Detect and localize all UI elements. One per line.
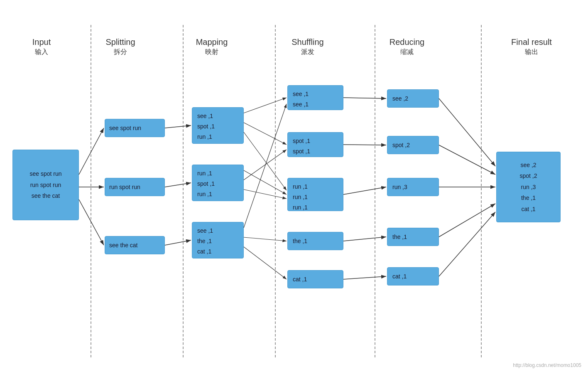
svg-line-11 — [244, 150, 287, 180]
watermark: http://blog.csdn.net/momo1005 — [513, 362, 581, 368]
divider-5 — [481, 25, 482, 357]
svg-line-18 — [343, 187, 386, 194]
box-shuf3: run ,1 run ,1 run ,1 — [287, 178, 343, 211]
box-split2: run spot run — [105, 178, 165, 196]
svg-line-22 — [439, 145, 495, 175]
svg-line-10 — [244, 170, 287, 194]
box-map2: run ,1 spot ,1 run ,1 — [192, 165, 244, 201]
svg-line-25 — [439, 212, 495, 276]
box-final: see ,2 spot ,2 run ,3 the ,1 cat ,1 — [496, 152, 561, 222]
svg-line-13 — [244, 104, 287, 228]
input-line3: see the cat — [29, 190, 61, 202]
input-line2: run spot run — [29, 180, 61, 191]
stage-label-input: Input 输入 — [17, 37, 66, 57]
box-split1: see spot run — [105, 119, 165, 137]
svg-line-8 — [244, 123, 287, 145]
box-shuf2: spot ,1 spot ,1 — [287, 132, 343, 157]
svg-line-16 — [343, 98, 386, 98]
box-map1: see ,1 spot ,1 run ,1 — [192, 107, 244, 144]
box-red2: spot ,2 — [387, 136, 439, 154]
svg-line-12 — [244, 189, 287, 199]
box-red4: the ,1 — [387, 228, 439, 246]
divider-4 — [375, 25, 375, 357]
box-map3: see ,1 the ,1 cat ,1 — [192, 222, 244, 258]
svg-line-19 — [343, 237, 386, 241]
svg-line-4 — [165, 125, 191, 128]
box-red3: run ,3 — [387, 178, 439, 196]
svg-line-24 — [439, 204, 495, 237]
box-red5: cat ,1 — [387, 267, 439, 285]
svg-line-3 — [79, 199, 104, 245]
box-shuf5: cat ,1 — [287, 270, 343, 288]
box-input: see spot run run spot run see the cat — [12, 150, 79, 220]
input-line1: see spot run — [29, 168, 61, 180]
box-shuf1: see ,1 see ,1 — [287, 85, 343, 110]
stage-label-final: Final result 输出 — [498, 37, 565, 57]
svg-line-20 — [343, 276, 386, 279]
stage-label-mapping: Mapping 映射 — [187, 37, 237, 57]
svg-line-7 — [244, 98, 287, 113]
svg-line-1 — [79, 128, 104, 175]
box-shuf4: the ,1 — [287, 232, 343, 250]
stage-label-splitting: Splitting 拆分 — [96, 37, 145, 57]
mapreduce-diagram: Input 输入 Splitting 拆分 Mapping 映射 Shuffli… — [0, 0, 588, 374]
divider-2 — [183, 25, 184, 357]
svg-line-15 — [244, 247, 287, 279]
svg-line-5 — [165, 183, 191, 187]
box-red1: see ,2 — [387, 89, 439, 108]
box-split3: see the cat — [105, 236, 165, 254]
svg-line-6 — [165, 240, 191, 245]
stage-label-reducing: Reducing 缩减 — [380, 37, 434, 57]
svg-line-14 — [244, 237, 287, 241]
stage-label-shuffling: Shuffling 派发 — [281, 37, 335, 57]
svg-line-9 — [244, 132, 287, 190]
divider-1 — [91, 25, 91, 357]
svg-line-21 — [439, 98, 495, 166]
divider-3 — [275, 25, 276, 357]
svg-line-17 — [343, 145, 386, 145]
